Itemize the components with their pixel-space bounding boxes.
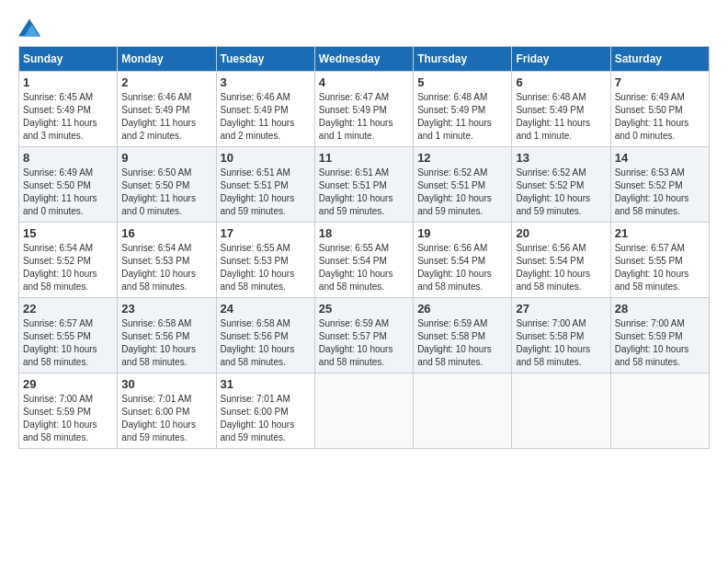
day-number: 20 [516, 226, 606, 240]
calendar-cell: 14Sunrise: 6:53 AMSunset: 5:52 PMDayligh… [610, 147, 709, 223]
calendar-cell: 2Sunrise: 6:46 AMSunset: 5:49 PMDaylight… [118, 72, 216, 147]
day-info: Sunrise: 6:52 AMSunset: 5:51 PMDaylight:… [417, 167, 507, 218]
calendar-cell [314, 373, 413, 449]
day-info: Sunrise: 6:48 AMSunset: 5:49 PMDaylight:… [516, 91, 606, 143]
calendar-cell: 1Sunrise: 6:45 AMSunset: 5:49 PMDaylight… [19, 72, 118, 147]
day-number: 22 [23, 302, 113, 316]
day-info: Sunrise: 6:46 AMSunset: 5:49 PMDaylight:… [121, 91, 211, 143]
day-info: Sunrise: 6:58 AMSunset: 5:56 PMDaylight:… [221, 317, 311, 369]
calendar-week-row: 15Sunrise: 6:54 AMSunset: 5:52 PMDayligh… [19, 223, 710, 298]
day-number: 25 [319, 302, 409, 316]
day-number: 7 [615, 75, 705, 89]
day-number: 23 [121, 302, 211, 316]
day-info: Sunrise: 6:52 AMSunset: 5:52 PMDaylight:… [516, 167, 606, 218]
day-number: 10 [221, 151, 311, 165]
day-info: Sunrise: 6:49 AMSunset: 5:50 PMDaylight:… [615, 91, 705, 143]
day-info: Sunrise: 6:57 AMSunset: 5:55 PMDaylight:… [615, 242, 705, 293]
day-number: 13 [516, 151, 606, 165]
day-number: 12 [417, 151, 507, 165]
calendar-cell: 21Sunrise: 6:57 AMSunset: 5:55 PMDayligh… [610, 223, 709, 298]
calendar-table: SundayMondayTuesdayWednesdayThursdayFrid… [18, 46, 710, 449]
header [18, 18, 710, 37]
header-day-tuesday: Tuesday [216, 47, 314, 72]
calendar-cell: 17Sunrise: 6:55 AMSunset: 5:53 PMDayligh… [216, 223, 314, 298]
day-number: 27 [516, 302, 606, 316]
header-day-saturday: Saturday [610, 47, 709, 72]
calendar-cell: 10Sunrise: 6:51 AMSunset: 5:51 PMDayligh… [216, 147, 314, 223]
day-info: Sunrise: 6:57 AMSunset: 5:55 PMDaylight:… [23, 317, 113, 369]
day-info: Sunrise: 6:46 AMSunset: 5:49 PMDaylight:… [221, 91, 311, 143]
calendar-cell: 19Sunrise: 6:56 AMSunset: 5:54 PMDayligh… [414, 223, 512, 298]
day-number: 31 [221, 377, 311, 391]
header-day-friday: Friday [512, 47, 610, 72]
calendar-cell: 11Sunrise: 6:51 AMSunset: 5:51 PMDayligh… [314, 147, 413, 223]
day-info: Sunrise: 6:50 AMSunset: 5:50 PMDaylight:… [121, 167, 211, 218]
logo [18, 18, 44, 37]
calendar-cell: 28Sunrise: 7:00 AMSunset: 5:59 PMDayligh… [610, 298, 709, 373]
day-number: 5 [417, 75, 507, 89]
day-info: Sunrise: 6:47 AMSunset: 5:49 PMDaylight:… [319, 91, 409, 143]
calendar-cell: 29Sunrise: 7:00 AMSunset: 5:59 PMDayligh… [19, 373, 118, 449]
calendar-cell [610, 373, 709, 449]
calendar-cell: 27Sunrise: 7:00 AMSunset: 5:58 PMDayligh… [512, 298, 610, 373]
calendar-cell: 30Sunrise: 7:01 AMSunset: 6:00 PMDayligh… [118, 373, 216, 449]
day-number: 19 [417, 226, 507, 240]
day-number: 18 [319, 226, 409, 240]
calendar-cell: 7Sunrise: 6:49 AMSunset: 5:50 PMDaylight… [610, 72, 709, 147]
calendar-cell: 16Sunrise: 6:54 AMSunset: 5:53 PMDayligh… [118, 223, 216, 298]
calendar-cell [414, 373, 512, 449]
day-info: Sunrise: 6:45 AMSunset: 5:49 PMDaylight:… [23, 91, 113, 143]
calendar-cell: 23Sunrise: 6:58 AMSunset: 5:56 PMDayligh… [118, 298, 216, 373]
logo-icon [18, 18, 40, 37]
calendar-cell: 12Sunrise: 6:52 AMSunset: 5:51 PMDayligh… [414, 147, 512, 223]
day-info: Sunrise: 7:01 AMSunset: 6:00 PMDaylight:… [121, 393, 211, 444]
day-info: Sunrise: 6:55 AMSunset: 5:54 PMDaylight:… [319, 242, 409, 293]
calendar-cell: 18Sunrise: 6:55 AMSunset: 5:54 PMDayligh… [314, 223, 413, 298]
day-info: Sunrise: 6:56 AMSunset: 5:54 PMDaylight:… [516, 242, 606, 293]
day-number: 3 [221, 75, 311, 89]
calendar-cell: 8Sunrise: 6:49 AMSunset: 5:50 PMDaylight… [19, 147, 118, 223]
calendar-week-row: 22Sunrise: 6:57 AMSunset: 5:55 PMDayligh… [19, 298, 710, 373]
day-info: Sunrise: 7:00 AMSunset: 5:59 PMDaylight:… [615, 317, 705, 369]
day-info: Sunrise: 6:54 AMSunset: 5:53 PMDaylight:… [121, 242, 211, 293]
calendar-cell: 4Sunrise: 6:47 AMSunset: 5:49 PMDaylight… [314, 72, 413, 147]
calendar-week-row: 8Sunrise: 6:49 AMSunset: 5:50 PMDaylight… [19, 147, 710, 223]
day-number: 24 [221, 302, 311, 316]
calendar-cell: 24Sunrise: 6:58 AMSunset: 5:56 PMDayligh… [216, 298, 314, 373]
calendar-cell: 31Sunrise: 7:01 AMSunset: 6:00 PMDayligh… [216, 373, 314, 449]
day-info: Sunrise: 6:54 AMSunset: 5:52 PMDaylight:… [23, 242, 113, 293]
day-info: Sunrise: 6:56 AMSunset: 5:54 PMDaylight:… [417, 242, 507, 293]
day-info: Sunrise: 6:51 AMSunset: 5:51 PMDaylight:… [319, 167, 409, 218]
calendar-cell: 3Sunrise: 6:46 AMSunset: 5:49 PMDaylight… [216, 72, 314, 147]
day-info: Sunrise: 7:01 AMSunset: 6:00 PMDaylight:… [221, 393, 311, 444]
calendar-cell: 9Sunrise: 6:50 AMSunset: 5:50 PMDaylight… [118, 147, 216, 223]
day-info: Sunrise: 7:00 AMSunset: 5:58 PMDaylight:… [516, 317, 606, 369]
day-number: 11 [319, 151, 409, 165]
day-info: Sunrise: 6:59 AMSunset: 5:58 PMDaylight:… [417, 317, 507, 369]
calendar-cell: 25Sunrise: 6:59 AMSunset: 5:57 PMDayligh… [314, 298, 413, 373]
day-number: 1 [23, 75, 113, 89]
day-number: 26 [417, 302, 507, 316]
day-number: 30 [121, 377, 211, 391]
day-number: 17 [221, 226, 311, 240]
day-number: 16 [121, 226, 211, 240]
calendar-cell: 6Sunrise: 6:48 AMSunset: 5:49 PMDaylight… [512, 72, 610, 147]
header-day-wednesday: Wednesday [314, 47, 413, 72]
day-number: 28 [615, 302, 705, 316]
calendar-cell: 22Sunrise: 6:57 AMSunset: 5:55 PMDayligh… [19, 298, 118, 373]
calendar-cell: 13Sunrise: 6:52 AMSunset: 5:52 PMDayligh… [512, 147, 610, 223]
calendar-cell: 15Sunrise: 6:54 AMSunset: 5:52 PMDayligh… [19, 223, 118, 298]
day-number: 21 [615, 226, 705, 240]
calendar-header-row: SundayMondayTuesdayWednesdayThursdayFrid… [19, 47, 710, 72]
calendar-week-row: 29Sunrise: 7:00 AMSunset: 5:59 PMDayligh… [19, 373, 710, 449]
day-info: Sunrise: 6:58 AMSunset: 5:56 PMDaylight:… [121, 317, 211, 369]
day-number: 29 [23, 377, 113, 391]
day-info: Sunrise: 6:55 AMSunset: 5:53 PMDaylight:… [221, 242, 311, 293]
day-info: Sunrise: 7:00 AMSunset: 5:59 PMDaylight:… [23, 393, 113, 444]
day-number: 6 [516, 75, 606, 89]
header-day-thursday: Thursday [414, 47, 512, 72]
header-day-sunday: Sunday [19, 47, 118, 72]
calendar-cell: 20Sunrise: 6:56 AMSunset: 5:54 PMDayligh… [512, 223, 610, 298]
calendar-week-row: 1Sunrise: 6:45 AMSunset: 5:49 PMDaylight… [19, 72, 710, 147]
calendar-cell: 5Sunrise: 6:48 AMSunset: 5:49 PMDaylight… [414, 72, 512, 147]
